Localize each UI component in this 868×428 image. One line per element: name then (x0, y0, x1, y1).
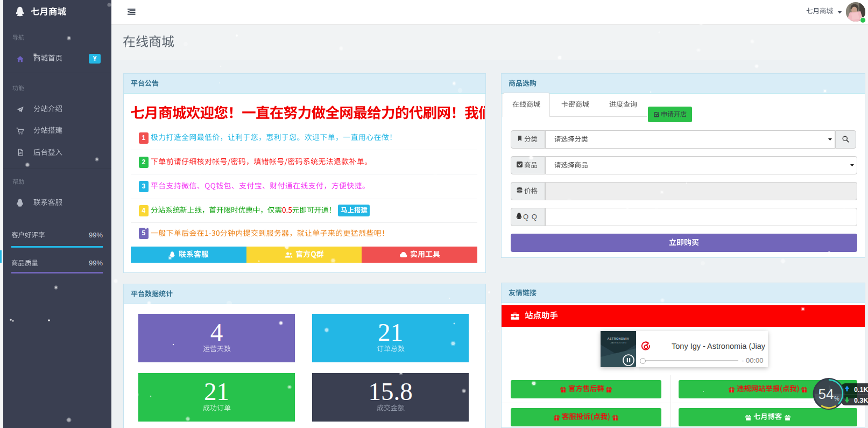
svg-text:JIAYE BOOTLEG: JIAYE BOOTLEG (610, 342, 626, 344)
svg-text:0.1K: 0.1K (854, 386, 868, 394)
svg-text:0.3K: 0.3K (854, 397, 868, 404)
svg-text:54: 54 (818, 386, 834, 402)
svg-text:ASTRONOMIA: ASTRONOMIA (608, 337, 629, 340)
svg-text:%: % (834, 395, 839, 402)
